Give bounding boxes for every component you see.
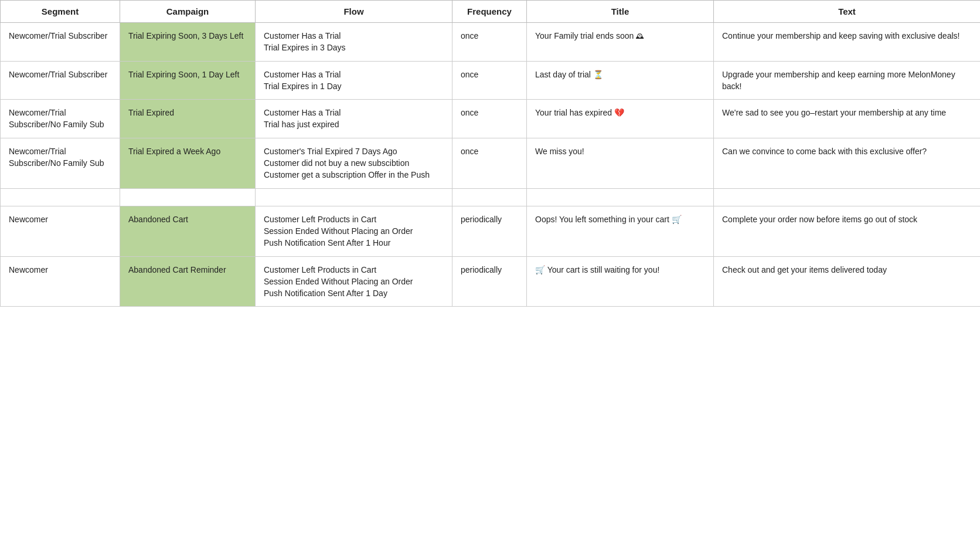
campaign-cell: Abandoned Cart [120, 206, 256, 256]
flow-cell: Customer Has a TrialTrial has just expir… [256, 100, 452, 138]
empty-cell [714, 188, 981, 206]
flow-cell: Customer Left Products in CartSession En… [256, 206, 452, 256]
text-cell: Can we convince to come back with this e… [714, 138, 981, 188]
title-cell: 🛒 Your cart is still waiting for you! [527, 256, 714, 307]
empty-cell [120, 188, 256, 206]
flow-cell: Customer's Trial Expired 7 Days AgoCusto… [256, 138, 452, 188]
flow-cell: Customer Has a TrialTrial Expires in 1 D… [256, 61, 452, 100]
text-cell: We're sad to see you go–restart your mem… [714, 100, 981, 138]
header-segment: Segment [1, 1, 120, 23]
segment-cell: Newcomer/Trial Subscriber/No Family Sub [1, 138, 120, 188]
frequency-cell: periodically [452, 256, 527, 307]
text-cell: Continue your membership and keep saving… [714, 23, 981, 62]
header-campaign: Campaign [120, 1, 256, 23]
segment-cell: Newcomer [1, 206, 120, 256]
campaign-cell: Trial Expiring Soon, 3 Days Left [120, 23, 256, 62]
header-title: Title [527, 1, 714, 23]
header-frequency: Frequency [452, 1, 527, 23]
segment-cell: Newcomer [1, 256, 120, 307]
segment-cell: Newcomer/Trial Subscriber [1, 23, 120, 62]
title-cell: Last day of trial ⏳ [527, 61, 714, 100]
campaign-cell: Trial Expiring Soon, 1 Day Left [120, 61, 256, 100]
text-cell: Check out and get your items delivered t… [714, 256, 981, 307]
title-cell: Your Family trial ends soon 🕰 [527, 23, 714, 62]
frequency-cell: once [452, 23, 527, 62]
title-cell: Your trial has expired 💔 [527, 100, 714, 138]
title-cell: We miss you! [527, 138, 714, 188]
flow-cell: Customer Left Products in CartSession En… [256, 256, 452, 307]
empty-cell [256, 188, 452, 206]
frequency-cell: once [452, 138, 527, 188]
header-text: Text [714, 1, 981, 23]
header-flow: Flow [256, 1, 452, 23]
campaign-cell: Trial Expired [120, 100, 256, 138]
campaign-cell: Trial Expired a Week Ago [120, 138, 256, 188]
frequency-cell: periodically [452, 206, 527, 256]
frequency-cell: once [452, 61, 527, 100]
segment-cell: Newcomer/Trial Subscriber/No Family Sub [1, 100, 120, 138]
title-cell: Oops! You left something in your cart 🛒 [527, 206, 714, 256]
empty-cell [527, 188, 714, 206]
empty-cell [1, 188, 120, 206]
segment-cell: Newcomer/Trial Subscriber [1, 61, 120, 100]
campaign-cell: Abandoned Cart Reminder [120, 256, 256, 307]
text-cell: Complete your order now before items go … [714, 206, 981, 256]
flow-cell: Customer Has a TrialTrial Expires in 3 D… [256, 23, 452, 62]
frequency-cell: once [452, 100, 527, 138]
text-cell: Upgrade your membership and keep earning… [714, 61, 981, 100]
empty-cell [452, 188, 527, 206]
